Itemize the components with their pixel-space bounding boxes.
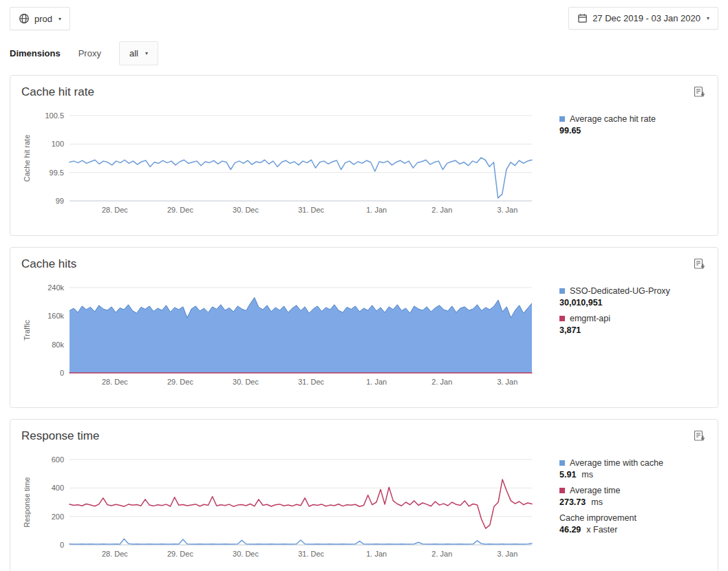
response-time-chart[interactable]: 600400200028. Dec29. Dec30. Dec31. Dec1.… <box>21 450 535 559</box>
chart-legend: Average time with cache 5.91ms Average t… <box>559 450 697 541</box>
svg-text:29. Dec: 29. Dec <box>167 550 193 558</box>
chevron-down-icon: ▾ <box>58 16 61 22</box>
svg-text:31. Dec: 31. Dec <box>298 378 324 386</box>
svg-text:1. Jan: 1. Jan <box>366 206 387 214</box>
legend-label: emgmt-api <box>570 314 610 323</box>
svg-text:1. Jan: 1. Jan <box>366 550 387 558</box>
svg-text:2. Jan: 2. Jan <box>431 378 452 386</box>
legend-label: Average time <box>570 486 620 495</box>
svg-text:99: 99 <box>56 197 64 205</box>
card-cache-hits: Cache hits 240k160k80k028. Dec29. Dec30.… <box>10 247 718 408</box>
svg-text:28. Dec: 28. Dec <box>102 550 128 558</box>
legend-value: 30,010,951 <box>559 298 603 308</box>
svg-text:31. Dec: 31. Dec <box>298 550 324 558</box>
chevron-down-icon: ▾ <box>707 15 709 21</box>
svg-text:Cache hit rate: Cache hit rate <box>23 135 31 182</box>
export-report-button[interactable] <box>693 85 707 99</box>
cache-hits-chart[interactable]: 240k160k80k028. Dec29. Dec30. Dec31. Dec… <box>21 278 535 387</box>
svg-text:1. Jan: 1. Jan <box>366 378 387 386</box>
svg-text:3. Jan: 3. Jan <box>497 378 517 386</box>
globe-icon <box>19 13 30 24</box>
legend-label: Average time with cache <box>570 458 663 468</box>
legend-item[interactable]: emgmt-api 3,871 <box>559 314 697 335</box>
svg-text:Response time: Response time <box>23 477 31 527</box>
svg-text:29. Dec: 29. Dec <box>167 206 193 214</box>
legend-label: Cache improvement <box>559 513 636 523</box>
svg-text:2. Jan: 2. Jan <box>431 206 452 214</box>
proxy-label: Proxy <box>78 48 101 58</box>
download-report-icon <box>693 89 707 101</box>
svg-text:0: 0 <box>60 369 64 377</box>
date-range-picker[interactable]: 27 Dec 2019 - 03 Jan 2020 ▾ <box>568 7 718 30</box>
svg-text:240k: 240k <box>47 283 64 292</box>
card-title: Cache hits <box>21 257 707 271</box>
download-report-icon <box>693 433 707 445</box>
card-cache-hit-rate: Cache hit rate 100.510099.59928. Dec29. … <box>10 75 718 236</box>
chart-legend: SSO-Dedicated-UG-Proxy 30,010,951 emgmt-… <box>559 278 697 341</box>
dimensions-label: Dimensions <box>10 48 61 58</box>
legend-swatch <box>559 116 565 122</box>
chevron-down-icon: ▾ <box>145 50 148 56</box>
date-range-label: 27 Dec 2019 - 03 Jan 2020 <box>592 13 700 23</box>
legend-item[interactable]: Average time with cache 5.91ms <box>559 458 697 480</box>
environment-label: prod <box>34 14 52 24</box>
svg-text:200: 200 <box>52 513 64 521</box>
svg-text:0: 0 <box>60 541 64 549</box>
proxy-filter-value: all <box>129 48 138 58</box>
proxy-filter-dropdown[interactable]: all ▾ <box>119 41 158 65</box>
legend-value: 5.91 <box>559 470 576 480</box>
svg-text:30. Dec: 30. Dec <box>233 550 259 558</box>
legend-unit: x Faster <box>586 525 617 535</box>
legend-item[interactable]: Average time 273.73ms <box>559 486 697 507</box>
legend-unit: ms <box>581 470 593 480</box>
export-report-button[interactable] <box>693 257 707 271</box>
svg-text:29. Dec: 29. Dec <box>167 378 193 386</box>
svg-text:28. Dec: 28. Dec <box>102 378 128 386</box>
svg-text:100.5: 100.5 <box>45 111 64 120</box>
legend-swatch <box>559 288 565 294</box>
download-report-icon <box>693 261 707 273</box>
legend-value: 273.73 <box>559 497 586 507</box>
calendar-icon <box>577 13 588 23</box>
legend-label: SSO-Dedicated-UG-Proxy <box>570 286 670 296</box>
svg-text:31. Dec: 31. Dec <box>298 206 324 214</box>
card-response-time: Response time 600400200028. Dec29. Dec30… <box>10 419 718 571</box>
cache-hit-rate-chart[interactable]: 100.510099.59928. Dec29. Dec30. Dec31. D… <box>21 106 535 215</box>
chart-legend: Average cache hit rate 99.65 <box>559 106 697 142</box>
filters-row: Dimensions Proxy all ▾ <box>10 41 718 65</box>
svg-text:600: 600 <box>52 455 64 464</box>
legend-swatch <box>559 488 565 493</box>
svg-text:28. Dec: 28. Dec <box>102 206 128 214</box>
svg-text:400: 400 <box>52 484 64 492</box>
svg-text:3. Jan: 3. Jan <box>497 206 517 214</box>
svg-text:30. Dec: 30. Dec <box>233 378 259 386</box>
svg-text:100: 100 <box>52 140 64 148</box>
legend-value: 3,871 <box>559 325 581 335</box>
environment-selector[interactable]: prod ▾ <box>10 7 70 30</box>
legend-swatch <box>559 460 565 466</box>
svg-text:160k: 160k <box>47 312 64 320</box>
legend-value: 46.29 <box>559 525 581 535</box>
svg-text:80k: 80k <box>52 341 64 349</box>
topbar: prod ▾ 27 Dec 2019 - 03 Jan 2020 ▾ <box>0 0 728 30</box>
card-title: Cache hit rate <box>21 85 707 99</box>
legend-value: 99.65 <box>559 126 581 136</box>
svg-text:2. Jan: 2. Jan <box>431 550 452 558</box>
svg-text:Traffic: Traffic <box>23 320 31 341</box>
legend-swatch <box>559 316 565 321</box>
dashboard-cards: Cache hit rate 100.510099.59928. Dec29. … <box>10 75 718 571</box>
svg-text:30. Dec: 30. Dec <box>233 206 259 214</box>
svg-text:3. Jan: 3. Jan <box>497 550 517 558</box>
legend-item[interactable]: Average cache hit rate 99.65 <box>559 114 697 136</box>
card-title: Response time <box>21 429 707 443</box>
legend-item[interactable]: SSO-Dedicated-UG-Proxy 30,010,951 <box>559 286 697 308</box>
legend-item: Cache improvement 46.29x Faster <box>559 513 697 535</box>
legend-unit: ms <box>591 497 603 507</box>
export-report-button[interactable] <box>693 429 707 443</box>
svg-text:99.5: 99.5 <box>50 169 64 177</box>
legend-label: Average cache hit rate <box>570 114 656 124</box>
